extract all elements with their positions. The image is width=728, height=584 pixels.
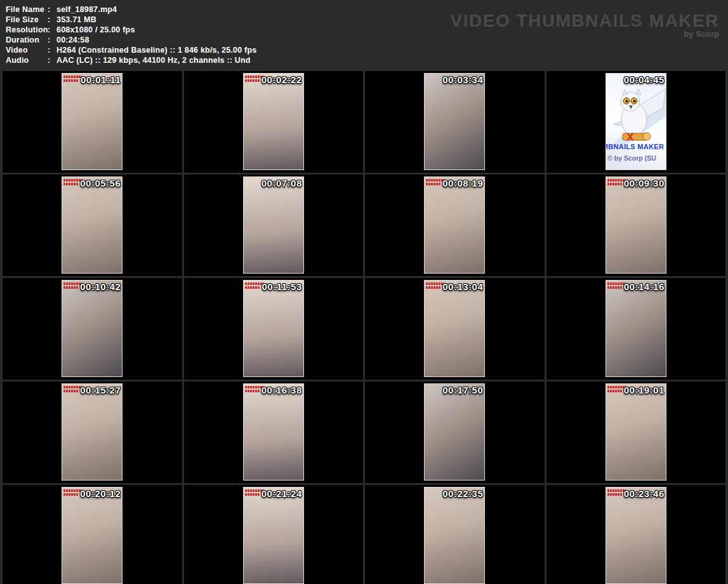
field-value: self_18987.mp4 — [56, 5, 117, 14]
file-info-row: Video : H264 (Constrained Baseline) :: 1… — [6, 45, 256, 55]
timestamp-label: 00:10:42 — [80, 281, 121, 292]
thumbnail-placeholder: 00:07:08 — [243, 176, 304, 274]
file-info-row: Resolution : 608x1080 / 25.00 fps — [6, 25, 256, 35]
logo-thumbnail-content: MBNAILS MAKER 8 t © by Scorp (SU — [606, 74, 666, 169]
thumbnail-placeholder: 00:20:12 — [62, 487, 122, 584]
timestamp-label: 00:23:46 — [624, 488, 665, 499]
thumbnail-placeholder: 00:22:35 — [424, 487, 485, 584]
header-bar: File Name : self_18987.mp4 File Size : 3… — [0, 0, 728, 69]
field-separator: : — [48, 15, 56, 24]
app-branding: VIDEO THUMBNAILS MAKER by Scorp — [451, 11, 719, 39]
thumbnail-cell: 00:13:04 — [365, 278, 545, 380]
field-value: 00:24:58 — [56, 36, 89, 44]
timestamp-label: 00:19:01 — [624, 385, 665, 395]
timestamp-label: 00:04:45 — [624, 74, 665, 85]
timestamp-label: 00:17:50 — [442, 385, 483, 395]
timestamp-label: 00:02:22 — [261, 74, 302, 85]
logo-text-line1: MBNAILS MAKER 8 — [606, 143, 666, 150]
field-separator: : — [48, 56, 56, 65]
field-label: Audio — [6, 56, 48, 65]
thumbnail-placeholder: 00:10:42 — [62, 280, 122, 377]
field-separator: : — [48, 25, 56, 34]
timestamp-label: 00:08:19 — [442, 178, 483, 189]
timestamp-label: 00:20:12 — [80, 488, 121, 499]
thumbnail-cell: 00:05:56 — [3, 175, 182, 276]
app-byline: by Scorp — [451, 29, 719, 39]
thumbnail-cell: 00:01:11 — [3, 71, 182, 173]
thumbnail-placeholder: 00:05:56 — [62, 176, 122, 274]
field-value: 353.71 MB — [56, 15, 96, 24]
timestamp-label: 00:03:34 — [442, 74, 483, 85]
thumbnail-cell: 00:16:38 — [184, 382, 364, 483]
field-separator: : — [48, 5, 56, 14]
thumbnail-placeholder: 00:13:04 — [424, 280, 485, 377]
thumbnail-cell: MBNAILS MAKER 8 t © by Scorp (SU 00:04:4… — [546, 71, 726, 173]
thumbnail-grid: 00:01:11 00:02:22 00:03:34 — [0, 69, 728, 584]
thumbnail-placeholder: 00:03:34 — [424, 73, 485, 170]
field-label: Duration — [6, 36, 48, 44]
field-separator: : — [48, 46, 56, 55]
thumbnail-placeholder: 00:17:50 — [424, 383, 485, 481]
thumbnail-cell: 00:17:50 — [365, 382, 545, 483]
timestamp-label: 00:14:16 — [624, 281, 665, 292]
thumbnail-cell: 00:07:08 — [184, 175, 364, 276]
thumbnail-placeholder: 00:11:53 — [243, 280, 304, 377]
timestamp-label: 00:01:11 — [81, 74, 121, 85]
thumbnail-cell: 00:15:27 — [3, 382, 182, 483]
thumbnail-placeholder: 00:02:22 — [243, 73, 304, 170]
thumbnail-placeholder: 00:01:11 — [62, 73, 122, 170]
timestamp-label: 00:16:38 — [261, 385, 302, 395]
timestamp-label: 00:05:56 — [80, 178, 121, 189]
thumbnail-cell: 00:14:16 — [546, 278, 726, 380]
app-title: VIDEO THUMBNAILS MAKER — [451, 11, 719, 30]
thumbnail-cell: 00:10:42 — [3, 278, 182, 380]
field-label: Video — [6, 46, 48, 55]
thumbnail-placeholder: 00:08:19 — [424, 176, 485, 274]
thumbnail-placeholder: 00:23:46 — [606, 487, 666, 584]
red-watermark — [245, 282, 264, 290]
timestamp-label: 00:15:27 — [80, 385, 121, 395]
timestamp-label: 00:13:04 — [442, 281, 483, 292]
thumbnail-placeholder: 00:15:27 — [62, 383, 122, 481]
thumbnail-cell: 00:09:30 — [546, 175, 726, 276]
file-info-row: Duration : 00:24:58 — [6, 35, 256, 45]
file-info-row: Audio : AAC (LC) :: 129 kbps, 44100 Hz, … — [6, 55, 256, 65]
thumbnail-placeholder: 00:16:38 — [243, 383, 304, 481]
field-value: 608x1080 / 25.00 fps — [56, 25, 135, 34]
thumbnail-cell: 00:08:19 — [365, 175, 545, 276]
thumbnail-cell: 00:02:22 — [184, 71, 364, 173]
field-label: File Name — [6, 5, 48, 14]
thumbnail-cell: 00:11:53 — [184, 278, 364, 380]
file-info-row: File Size : 353.71 MB — [6, 15, 256, 25]
thumbnail-cell: 00:20:12 — [3, 485, 182, 584]
red-watermark — [63, 76, 83, 83]
field-value: H264 (Constrained Baseline) :: 1 846 kb/… — [56, 46, 256, 55]
field-separator: : — [48, 36, 56, 44]
thumbnail-placeholder: 00:19:01 — [606, 383, 666, 481]
timestamp-label: 00:22:35 — [442, 488, 483, 499]
thumbnail-cell: 00:03:34 — [365, 71, 545, 173]
field-label: File Size — [6, 15, 48, 24]
field-label: Resolution — [6, 25, 48, 34]
timestamp-label: 00:07:08 — [261, 178, 302, 189]
thumbnail-cell: 00:22:35 — [365, 485, 545, 584]
owl-logo-icon — [606, 80, 666, 147]
thumbnail-cell: 00:23:46 — [546, 485, 726, 584]
logo-text-line2: t © by Scorp (SU — [606, 154, 656, 162]
field-value: AAC (LC) :: 129 kbps, 44100 Hz, 2 channe… — [56, 56, 251, 65]
file-info-panel: File Name : self_18987.mp4 File Size : 3… — [6, 4, 256, 65]
thumbnail-placeholder: 00:09:30 — [606, 176, 666, 274]
thumbnail-placeholder: 00:21:24 — [243, 487, 304, 584]
thumbnail-placeholder: 00:14:16 — [606, 280, 666, 377]
thumbnail-cell: 00:21:24 — [184, 485, 364, 584]
timestamp-label: 00:09:30 — [624, 178, 665, 189]
timestamp-label: 00:11:53 — [262, 281, 302, 292]
timestamp-label: 00:21:24 — [261, 488, 302, 499]
thumbnail-placeholder: MBNAILS MAKER 8 t © by Scorp (SU 00:04:4… — [606, 73, 666, 170]
file-info-row: File Name : self_18987.mp4 — [6, 4, 256, 15]
thumbnail-cell: 00:19:01 — [546, 382, 726, 483]
